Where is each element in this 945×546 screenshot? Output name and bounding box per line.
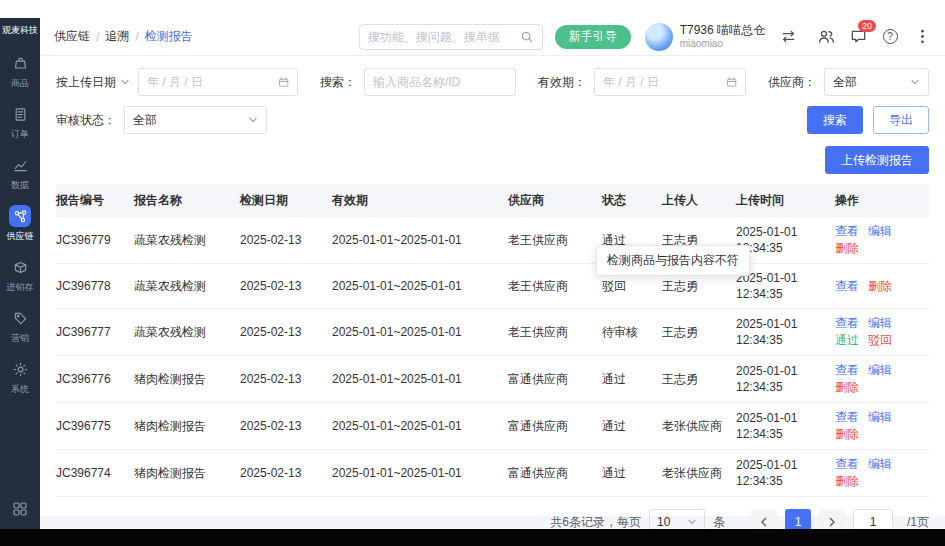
sidebar-item-supply-chain[interactable]: 供应链 xyxy=(0,198,40,249)
breadcrumb-trace[interactable]: 追溯 xyxy=(105,28,129,45)
upload-time-line: 12:34:35 xyxy=(736,332,829,348)
action-edit-link[interactable]: 编辑 xyxy=(868,316,892,330)
cell-report-name: 猪肉检测报告 xyxy=(134,450,240,497)
calendar-icon[interactable] xyxy=(278,76,289,89)
cell-test-date: 2025-02-13 xyxy=(240,356,332,403)
cell-test-date: 2025-02-13 xyxy=(240,264,332,309)
sidebar-item-label: 营销 xyxy=(11,332,29,345)
cell-report-name: 蔬菜农残检测 xyxy=(134,217,240,264)
global-search-input[interactable] xyxy=(368,30,514,44)
chevron-down-icon xyxy=(248,115,258,125)
validity-date-input[interactable] xyxy=(603,75,720,89)
cell-supplier: 老王供应商 xyxy=(508,264,602,309)
chevron-down-icon xyxy=(687,517,697,527)
action-edit-link[interactable]: 编辑 xyxy=(868,410,892,424)
action-view-link[interactable]: 查看 xyxy=(835,316,859,330)
action-edit-link[interactable]: 编辑 xyxy=(868,457,892,471)
sidebar-item-data[interactable]: 数据 xyxy=(0,147,40,198)
action-view-link[interactable]: 查看 xyxy=(835,410,859,424)
cell-report-name: 猪肉检测报告 xyxy=(134,403,240,450)
apps-grid-icon[interactable] xyxy=(12,489,28,529)
upload-date-input[interactable] xyxy=(147,75,272,89)
cell-upload-time: 2025-01-0112:34:35 xyxy=(736,217,835,264)
action-edit-link[interactable]: 编辑 xyxy=(868,363,892,377)
user-name: T7936 喵喵总仓 xyxy=(680,23,765,37)
action-approve-link[interactable]: 通过 xyxy=(835,333,859,347)
cell-report-id: JC396776 xyxy=(56,356,134,403)
topbar: 供应链 / 追溯 / 检测报告 新手引导 T7936 喵喵总仓 miaomiao xyxy=(40,18,945,56)
cell-validity: 2025-01-01~2025-01-01 xyxy=(332,309,508,356)
cell-report-id: JC396779 xyxy=(56,217,134,264)
calendar-icon[interactable] xyxy=(726,76,737,89)
col-report-name: 报告名称 xyxy=(134,184,240,217)
cell-report-name: 蔬菜农残检测 xyxy=(134,309,240,356)
messages-icon[interactable]: 20 xyxy=(849,28,867,46)
workspace: 按上传日期 搜索： 有效期： xyxy=(40,56,945,529)
action-delete-link[interactable]: 删除 xyxy=(835,474,859,488)
sidebar-item-system[interactable]: 系统 xyxy=(0,351,40,402)
action-view-link[interactable]: 查看 xyxy=(835,363,859,377)
cell-test-date: 2025-02-13 xyxy=(240,217,332,264)
cell-actions: 查看编辑删除 xyxy=(835,403,929,450)
upload-time-line: 12:34:35 xyxy=(736,473,829,489)
cell-status: 通过 xyxy=(602,450,662,497)
cell-report-id: JC396774 xyxy=(56,450,134,497)
help-icon[interactable]: ? xyxy=(881,28,899,46)
contacts-icon[interactable] xyxy=(817,28,835,46)
audit-status-select[interactable]: 全部 xyxy=(124,106,267,134)
col-uploader: 上传人 xyxy=(662,184,736,217)
filter-row-2: 审核状态： 全部 搜索 导出 xyxy=(56,106,929,134)
col-upload-time: 上传时间 xyxy=(736,184,835,217)
table-header: 报告编号 报告名称 检测日期 有效期 供应商 状态 上传人 上传时间 操作 xyxy=(56,184,929,217)
action-edit-link[interactable]: 编辑 xyxy=(868,224,892,238)
supplier-select[interactable]: 全部 xyxy=(824,68,929,96)
search-icon[interactable] xyxy=(520,30,534,44)
date-type-label: 按上传日期 xyxy=(56,74,116,91)
sidebar-item-orders[interactable]: 订单 xyxy=(0,96,40,147)
search-filter-label: 搜索： xyxy=(320,74,356,91)
cell-report-name: 蔬菜农残检测 xyxy=(134,264,240,309)
action-view-link[interactable]: 查看 xyxy=(835,457,859,471)
newbie-guide-button[interactable]: 新手引导 xyxy=(555,25,631,49)
sidebar-item-goods[interactable]: 商品 xyxy=(0,45,40,96)
action-reject-link[interactable]: 驳回 xyxy=(868,333,892,347)
action-view-link[interactable]: 查看 xyxy=(835,224,859,238)
action-delete-link[interactable]: 删除 xyxy=(835,380,859,394)
action-delete-link[interactable]: 删除 xyxy=(835,427,859,441)
action-view-link[interactable]: 查看 xyxy=(835,279,859,293)
avatar[interactable] xyxy=(645,23,673,51)
orders-icon xyxy=(9,103,31,125)
switch-warehouse-icon[interactable] xyxy=(779,28,797,46)
brand-logo: 观麦科技 xyxy=(2,18,38,45)
user-account[interactable]: T7936 喵喵总仓 miaomiao xyxy=(645,23,765,51)
export-button[interactable]: 导出 xyxy=(873,106,929,134)
upload-report-button[interactable]: 上传检测报告 xyxy=(825,146,929,174)
upload-time-line: 2025-01-01 xyxy=(736,457,829,473)
sidebar-item-marketing[interactable]: 营销 xyxy=(0,300,40,351)
chevron-down-icon xyxy=(120,77,130,87)
cell-status: 通过 xyxy=(602,403,662,450)
product-search-input[interactable] xyxy=(373,75,507,89)
action-delete-link[interactable]: 删除 xyxy=(835,241,859,255)
cell-report-id: JC396775 xyxy=(56,403,134,450)
sidebar-item-inventory[interactable]: 进销存 xyxy=(0,249,40,300)
table-row: JC396778蔬菜农残检测2025-02-132025-01-01~2025-… xyxy=(56,264,929,309)
table-body: JC396779蔬菜农残检测2025-02-132025-01-01~2025-… xyxy=(56,217,929,497)
action-delete-link[interactable]: 删除 xyxy=(868,279,892,293)
breadcrumb-supply-chain[interactable]: 供应链 xyxy=(54,28,90,45)
sidebar: 观麦科技 商品 订单 数据 xyxy=(0,18,40,529)
more-options-icon[interactable] xyxy=(913,28,931,46)
cell-report-id: JC396778 xyxy=(56,264,134,309)
cell-upload-time: 2025-01-0112:34:35 xyxy=(736,264,835,309)
cell-actions: 查看编辑删除 xyxy=(835,450,929,497)
page-size-value: 10 xyxy=(657,515,670,529)
breadcrumb-test-report[interactable]: 检测报告 xyxy=(145,28,193,45)
cell-upload-time: 2025-01-0112:34:35 xyxy=(736,309,835,356)
upload-time-line: 2025-01-01 xyxy=(736,316,829,332)
date-type-select[interactable]: 按上传日期 xyxy=(56,74,130,91)
supply-chain-icon xyxy=(9,205,31,227)
col-validity: 有效期 xyxy=(332,184,508,217)
search-button[interactable]: 搜索 xyxy=(807,106,863,134)
sidebar-nav: 商品 订单 数据 供应链 xyxy=(0,45,40,402)
upload-time-line: 2025-01-01 xyxy=(736,224,829,240)
